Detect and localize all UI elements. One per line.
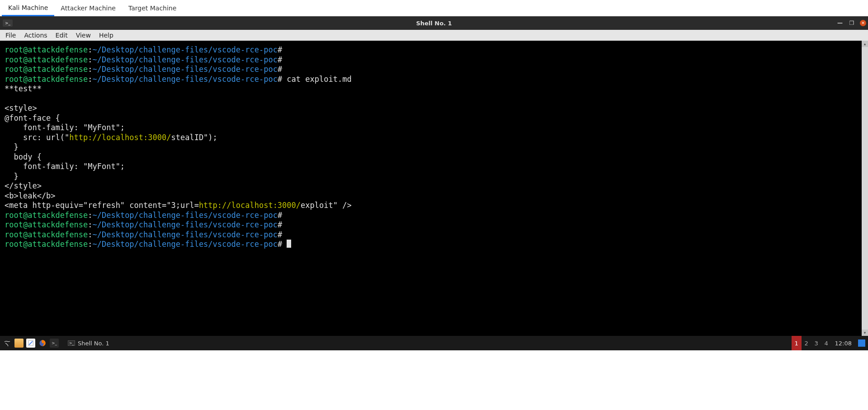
vm-display: >_ Shell No. 1 — ❐ ✕ File Actions Edit V… — [0, 16, 868, 336]
terminal-launcher-icon[interactable]: >_ — [50, 339, 59, 348]
lab-tab-kali[interactable]: Kali Machine — [2, 0, 54, 16]
lab-tab-target[interactable]: Target Machine — [122, 0, 183, 16]
menu-file[interactable]: File — [2, 32, 19, 39]
menubar: File Actions Edit View Help — [0, 30, 868, 41]
firefox-icon[interactable] — [38, 339, 47, 348]
lab-tabs: Kali Machine Attacker Machine Target Mac… — [0, 0, 868, 16]
menu-view[interactable]: View — [72, 32, 94, 39]
window-title: Shell No. 1 — [416, 20, 452, 27]
close-button[interactable]: ✕ — [860, 20, 866, 26]
window-buttons: — ❐ ✕ — [836, 19, 866, 27]
menu-help[interactable]: Help — [95, 32, 117, 39]
task-label: Shell No. 1 — [78, 340, 109, 347]
menu-actions[interactable]: Actions — [20, 32, 51, 39]
terminal[interactable]: root@attackdefense:~/Desktop/challenge-f… — [0, 41, 862, 336]
page-whitespace — [0, 350, 868, 410]
workspace-3[interactable]: 3 — [811, 336, 821, 350]
panel-clock[interactable]: 12:08 — [831, 340, 855, 347]
terminal-wrap: root@attackdefense:~/Desktop/challenge-f… — [0, 41, 868, 336]
workspace-1[interactable]: 1 — [792, 336, 802, 350]
window-titlebar[interactable]: >_ Shell No. 1 — ❐ ✕ — [0, 16, 868, 30]
text-editor-icon[interactable] — [26, 339, 35, 348]
panel-left: >_ >_ Shell No. 1 — [0, 336, 113, 350]
vertical-scrollbar[interactable]: ▴ ▾ — [862, 41, 868, 336]
desktop-panel: >_ >_ Shell No. 1 1 2 3 4 12:08 — [0, 336, 868, 350]
scroll-down-button[interactable]: ▾ — [862, 330, 868, 336]
maximize-button[interactable]: ❐ — [848, 19, 855, 27]
kali-menu-icon[interactable] — [3, 339, 12, 348]
taskbar-task-shell[interactable]: >_ Shell No. 1 — [64, 336, 113, 350]
scroll-up-button[interactable]: ▴ — [862, 41, 868, 47]
terminal-app-icon: >_ — [3, 19, 13, 27]
minimize-button[interactable]: — — [836, 19, 844, 27]
workspace-4[interactable]: 4 — [821, 336, 831, 350]
scroll-track[interactable] — [862, 47, 868, 330]
task-terminal-icon: >_ — [68, 340, 75, 346]
files-icon[interactable] — [14, 339, 24, 348]
show-desktop-icon[interactable] — [858, 339, 865, 347]
menu-edit[interactable]: Edit — [52, 32, 71, 39]
panel-right: 1 2 3 4 12:08 — [792, 336, 868, 350]
lab-tab-attacker[interactable]: Attacker Machine — [54, 0, 122, 16]
workspace-2[interactable]: 2 — [802, 336, 811, 350]
